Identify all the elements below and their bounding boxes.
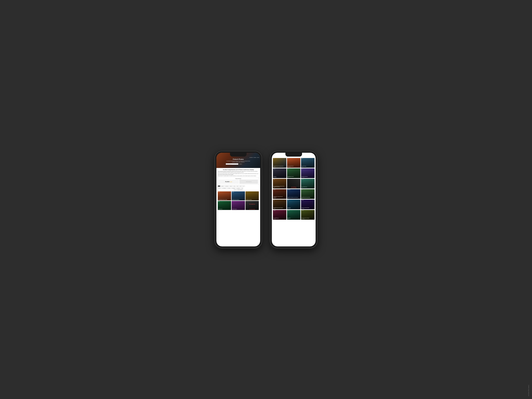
section-title: The Most Comprehensive List of Fintech C… [218,169,259,170]
filter-april[interactable]: APRIL [233,186,236,187]
conf-card-11[interactable]: 06/7World Blockchain Summit BerlinBerlin [301,189,315,199]
card-1[interactable]: 01/14 Fintech Dubai Conference & Expo [218,191,231,200]
volume-up-button [214,174,215,181]
conf-card-16-date: 06/13-17 [287,210,290,211]
filter-september[interactable]: SEPTEMBER [222,187,227,189]
conf-card-5[interactable]: 05/14UK Fintech ConferenceSan Francisco [301,168,315,178]
nav-accelerators[interactable]: Accelerators [249,157,253,158]
filter-february[interactable]: FEBRUARY [225,186,229,187]
mute-button [214,168,215,172]
conf-card-3[interactable]: 05/13-15ConsensusNew York City [273,168,286,178]
btn-2020[interactable]: 2020 [234,189,236,191]
conf-card-13[interactable]: 06/03Jump CampSan Francisco [287,200,300,209]
card-6-promo-text: Promo Spots Available [246,209,258,210]
conf-card-11-date: 06/7 [301,190,303,190]
filter-june[interactable]: JUNE [239,186,242,187]
left-screen[interactable]: Accelerators Incubators Contact Fintech … [216,153,260,246]
btn-submit-event[interactable]: SUBMIT AN EVENT [236,189,243,191]
filter-july[interactable]: JULY [242,186,245,187]
conf-card-1[interactable]: 05/7-10Elevate Spring SummitSan Francisc… [287,158,300,168]
conf-card-16-location: Dublin [287,219,300,219]
email-input[interactable] [226,163,238,165]
conf-card-9-date: 05/21-23 [273,190,276,190]
conf-card-14-date: 06/33-06 [301,200,304,201]
conf-card-11-info: World Blockchain Summit BerlinBerlin [301,197,314,199]
conf-card-17-location: New York City [301,219,314,219]
desc-2: Know of an event that we missed, or that… [218,173,259,175]
conf-card-14-info: Insurance Innovation NordicsCopenhagen [301,207,314,209]
conf-card-14-title: Insurance Innovation Nordics [301,207,314,208]
card-3[interactable]: Crypto Investor Super [246,191,259,200]
cards-grid-1: 01/14 Fintech Dubai Conference & Expo 03… [218,191,259,200]
card-1-date: 01/14 [218,192,219,192]
conf-card-16[interactable]: 06/13-17MoneyConfDublin [287,210,300,220]
conf-card-11-title: World Blockchain Summit Berlin [301,197,314,198]
card-2[interactable]: 03/13-15 Crypto Finance Conference [232,191,245,200]
conf-card-0-title: Global Blockchain Technology Summit [273,166,286,167]
conf-card-8[interactable]: 05/21-31Fintech World ForumLondon [301,179,315,188]
right-screen[interactable]: 05/7Global Blockchain Technology SummitS… [272,153,316,246]
flock-ad[interactable]: FLOCK ▲▲ [219,180,239,184]
conf-card-0-location: Singapore [273,167,286,167]
conf-card-11-location: Berlin [301,198,314,199]
conf-card-9[interactable]: 05/21-23LendIt Fintech Lending & Payment… [273,189,286,199]
filter-december[interactable]: DECEMBER [236,187,241,189]
cards-grid-2: 05/19 Colossal Invest FinTech Congress T… [218,201,259,210]
filter-row-2: AUGUST SEPTEMBER OCTOBER NOVEMBER DECEMB… [218,187,259,189]
featured-row: FLOCK ▲▲ THIS COULD BE YOU [219,180,258,184]
card-4-date: 05/19 [218,201,219,202]
conf-card-14-location: Copenhagen [301,208,314,209]
filter-october[interactable]: OCTOBER [227,187,231,189]
card-4[interactable]: 05/19 Colossal Invest [218,201,231,210]
conf-card-12[interactable]: 06/7World Blockchain Summit SingaporeSin… [273,200,286,209]
conf-card-17-title: CB Insights Future of Fintech [301,218,314,219]
subscribe-button[interactable]: Subscribe [239,163,242,165]
conf-card-6[interactable]: 05/20The London Blockchain & High Net Wo… [273,179,286,188]
filter-all[interactable]: ALL [218,186,220,187]
conf-card-4[interactable]: 08/11Global Regtech SummitLondon [287,168,300,178]
filter-november[interactable]: NOVEMBER [231,187,236,189]
filter-row-1: ALL JANUARY FEBRUARY MARCH APRIL MAY JUN… [218,186,259,187]
filter-august[interactable]: AUGUST [218,187,222,189]
conf-card-3-location: New York City [273,177,286,178]
power-button [262,175,262,187]
card-6-title: This Could Be You [246,204,258,205]
conf-card-10-location: Toronto [287,198,300,199]
card-1-title: Fintech Dubai Conference & Expo [218,199,231,200]
conf-card-16-title: MoneyConf [287,218,300,219]
conf-card-17[interactable]: 06/13-12CB Insights Future of FintechNew… [301,210,315,220]
conf-card-7[interactable]: This Could Be YouPromo Spots Available [287,179,300,188]
conf-card-3-title: Consensus [273,176,286,177]
conf-card-4-location: London [287,177,300,178]
filter-january[interactable]: JANUARY [220,186,224,187]
left-phone: Accelerators Incubators Contact Fintech … [215,151,262,248]
conf-card-9-title: LendIt Fintech Lending & Payments Confer… [273,196,286,198]
conf-card-12-title: World Blockchain Summit Singapore [273,207,286,208]
conf-card-15[interactable]: 06/03-06Money 20/20 EuropeAmsterdam [273,210,286,220]
conf-card-12-location: Singapore [273,208,286,209]
conf-card-17-date: 06/13-12 [301,210,304,211]
filter-march[interactable]: MARCH [229,186,233,187]
conf-card-3-info: ConsensusNew York City [273,176,286,178]
conf-card-10[interactable]: 04/21-03/02CryptoCricks Hackathon and Co… [287,189,300,199]
placeholder-ad[interactable]: THIS COULD BE YOU [239,180,258,184]
filter-may[interactable]: MAY [236,186,239,187]
card-3-title: Crypto Investor Super [246,199,258,200]
mute-button-right [270,168,270,172]
card-5[interactable]: FinTech Congress [232,201,245,210]
card-6-promo[interactable]: This Could Be You Promo Spots Available [246,201,259,210]
conf-card-1-info: Elevate Spring SummitSan Francisco [287,166,300,167]
notch [230,153,247,157]
nav-incubators[interactable]: Incubators [253,157,256,158]
conf-card-0[interactable]: 05/7Global Blockchain Technology SummitS… [273,158,286,168]
nav-contact[interactable]: Contact [257,157,259,158]
conf-card-15-location: Amsterdam [273,219,286,219]
filter-tba[interactable]: TBA [241,187,243,189]
notch-right [285,153,302,157]
card-2-date: 03/13-15 [232,192,234,192]
featured-label: Featured Startups [219,178,258,179]
conf-card-14[interactable]: 06/33-06Insurance Innovation NordicsCope… [301,200,315,209]
conf-card-4-date: 08/11 [287,169,289,169]
volume-up-button-right [270,174,270,181]
conf-card-2[interactable]: 05/09Fintech ExchangeChicago [301,158,315,168]
